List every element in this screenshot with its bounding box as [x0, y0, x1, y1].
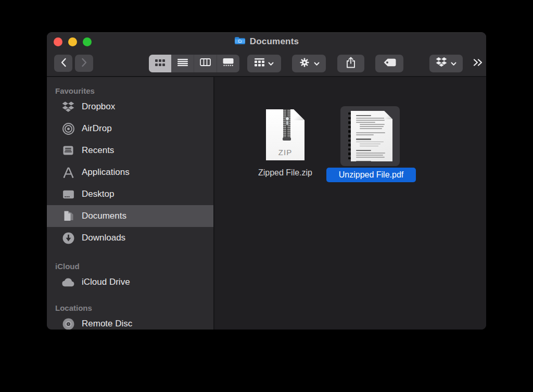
sidebar-item-label: Recents [82, 145, 114, 156]
pdf-text-preview [356, 115, 388, 168]
downloads-icon [61, 231, 75, 245]
disc-icon [61, 317, 75, 330]
list-view-button[interactable] [171, 55, 194, 72]
sidebar-item-icloud-drive[interactable]: iCloud Drive [47, 271, 213, 293]
file-icon-zip[interactable]: ZIP [266, 109, 304, 160]
toolbar-overflow-button[interactable] [473, 58, 483, 69]
back-button[interactable] [54, 55, 72, 72]
sidebar: Favourites Dropbox [47, 77, 214, 330]
file-icon-pdf-selected[interactable] [340, 106, 400, 166]
list-view-icon [177, 59, 188, 68]
icon-view-icon [155, 59, 165, 68]
chevron-down-icon [451, 59, 456, 68]
finder-window: Documents [47, 32, 486, 330]
sidebar-item-label: Remote Disc [82, 319, 132, 329]
page-fold [384, 111, 392, 119]
share-button[interactable] [337, 55, 364, 72]
action-dropdown-button[interactable] [292, 55, 326, 72]
folder-icon [234, 36, 246, 47]
sidebar-item-label: AirDrop [82, 123, 112, 134]
sidebar-item-recents[interactable]: Recents [47, 140, 213, 161]
zip-badge-text: ZIP [266, 148, 304, 157]
file-label-pdf-selected[interactable]: Unzipped File.pdf [326, 168, 416, 182]
view-switcher [149, 55, 239, 72]
tag-button[interactable] [375, 55, 403, 72]
zipper-stop [283, 137, 291, 141]
column-view-icon [200, 58, 211, 68]
sidebar-item-label: Desktop [82, 189, 114, 199]
sidebar-item-downloads[interactable]: Downloads [47, 227, 213, 249]
dropbox-icon [61, 100, 75, 113]
sidebar-item-label: Downloads [82, 233, 125, 243]
sidebar-section-locations: Locations [47, 302, 213, 313]
chevron-down-icon [314, 59, 320, 68]
page-fold [294, 109, 304, 120]
window-title: Documents [250, 36, 299, 47]
chevron-right-icon [81, 58, 87, 69]
gallery-view-button[interactable] [217, 55, 239, 72]
gallery-view-icon [223, 58, 234, 68]
chevron-down-icon [268, 59, 274, 68]
group-icon [255, 58, 264, 69]
sidebar-item-label: Documents [82, 211, 126, 221]
sidebar-section-icloud: iCloud [47, 261, 213, 271]
sidebar-section-favourites: Favourites [47, 85, 213, 96]
forward-button[interactable] [75, 55, 93, 72]
zoom-button[interactable] [83, 37, 92, 46]
share-icon [346, 57, 356, 70]
double-chevron-right-icon [473, 58, 483, 69]
file-browser-area[interactable]: ZIP Zipped File.zip [214, 77, 486, 330]
column-view-button[interactable] [194, 55, 217, 72]
sidebar-item-label: Applications [82, 167, 130, 178]
sidebar-item-label: iCloud Drive [82, 277, 130, 287]
airdrop-icon [61, 122, 75, 135]
sidebar-item-remote-disc[interactable]: Remote Disc [47, 313, 213, 330]
gear-icon [299, 57, 310, 70]
sidebar-item-documents[interactable]: Documents [47, 205, 213, 227]
pdf-thumbnail [351, 111, 392, 161]
group-dropdown-button[interactable] [247, 55, 281, 72]
title-bar[interactable]: Documents [47, 32, 486, 50]
documents-icon [61, 209, 75, 223]
close-button[interactable] [54, 37, 62, 46]
dropbox-dropdown-button[interactable] [429, 55, 463, 72]
chevron-left-icon [60, 58, 67, 69]
file-label-zip[interactable]: Zipped File.zip [233, 168, 337, 178]
dropbox-icon [436, 57, 447, 70]
zipper-pull-tab [286, 120, 289, 125]
recents-icon [61, 144, 75, 157]
icon-view-button[interactable] [149, 55, 171, 72]
desktop-icon [61, 187, 75, 201]
sidebar-item-label: Dropbox [82, 102, 115, 112]
toolbar [47, 50, 486, 77]
applications-icon [61, 166, 75, 179]
traffic-lights [54, 37, 92, 46]
sidebar-item-dropbox[interactable]: Dropbox [47, 96, 213, 118]
sidebar-item-desktop[interactable]: Desktop [47, 183, 213, 205]
sidebar-item-airdrop[interactable]: AirDrop [47, 118, 213, 140]
sidebar-item-applications[interactable]: Applications [47, 161, 213, 183]
minimize-button[interactable] [68, 37, 77, 46]
cloud-icon [61, 275, 75, 289]
tag-icon [383, 58, 396, 69]
